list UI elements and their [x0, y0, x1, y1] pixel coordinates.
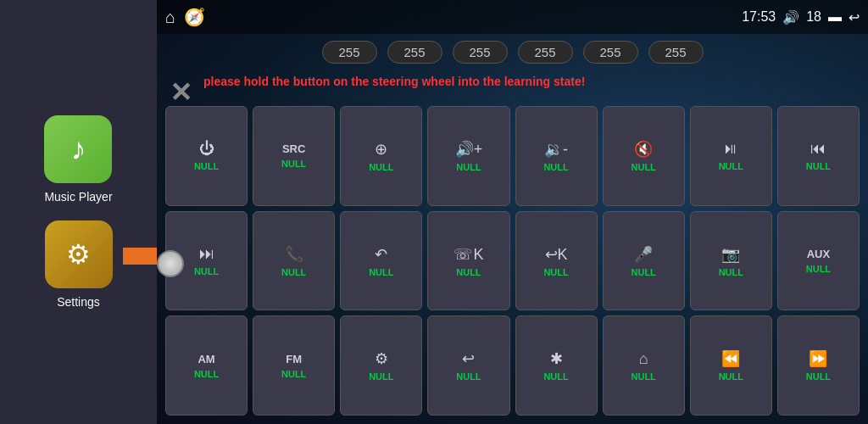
prev-track-null-label: NULL	[806, 161, 831, 171]
call-k-button[interactable]: ☏K NULL	[427, 211, 509, 311]
bluetooth-null-label: NULL	[543, 371, 568, 382]
screen-icon: ▬	[828, 9, 842, 25]
nav-icon[interactable]: 🧭	[184, 7, 205, 27]
circle-button[interactable]	[157, 250, 184, 277]
play-pause-null-label: NULL	[719, 161, 743, 171]
aux-label-text: AUX	[807, 248, 830, 260]
aux-null-label: NULL	[806, 264, 831, 274]
camera-null-label: NULL	[719, 267, 743, 277]
volume-icon: 🔊	[782, 9, 799, 25]
music-note-icon: ♪	[70, 131, 86, 167]
top-bar: ⌂ 🧭 17:53 🔊 18 ▬ ↩	[157, 0, 868, 34]
main-panel: ⌂ 🧭 17:53 🔊 18 ▬ ↩ 255 255 255 255 255 2…	[157, 0, 868, 424]
pills-row: 255 255 255 255 255 255	[157, 41, 868, 64]
fwd-null-label: NULL	[806, 371, 831, 382]
camera-icon: 📷	[721, 245, 740, 264]
music-player-icon-bg: ♪	[44, 115, 112, 183]
music-player-label: Music Player	[44, 190, 112, 204]
prev-track-button[interactable]: ⏮ NULL	[777, 106, 860, 206]
mute-icon: 🔇	[634, 140, 653, 159]
aux-button[interactable]: AUX NULL	[777, 211, 860, 311]
home-icon[interactable]: ⌂	[165, 8, 175, 27]
rew-button[interactable]: ⏪ NULL	[690, 315, 772, 416]
volume-level: 18	[806, 9, 821, 25]
settings-icon-bg: ⚙	[45, 220, 113, 288]
instruction-text: please hold the button on the steering w…	[203, 75, 860, 88]
vol-down-null-label: NULL	[543, 162, 568, 172]
bluetooth-button[interactable]: ✱ NULL	[515, 315, 598, 416]
power-icon: ⏻	[199, 140, 214, 158]
settings-label: Settings	[57, 295, 100, 309]
bluetooth-icon: ✱	[550, 349, 563, 368]
next-track-icon: ⏭	[199, 245, 214, 263]
home-ctrl-button[interactable]: ⌂ NULL	[603, 315, 685, 416]
return-button[interactable]: ↩ NULL	[427, 315, 509, 416]
mute-null-label: NULL	[632, 162, 656, 172]
am-null-label: NULL	[194, 369, 219, 379]
end-k-null-label: NULL	[543, 267, 568, 277]
status-bar: 17:53 🔊 18 ▬ ↩	[742, 9, 860, 25]
settings-ctrl-icon: ⚙	[375, 349, 388, 368]
src-null-label: NULL	[281, 159, 306, 169]
fwd-icon: ⏩	[809, 349, 827, 368]
play-pause-icon: ⏯	[723, 140, 738, 158]
pill-5[interactable]: 255	[583, 41, 638, 64]
fm-button[interactable]: FM NULL	[253, 315, 335, 416]
prev-track-icon: ⏮	[810, 140, 826, 158]
src-button[interactable]: SRC NULL	[253, 106, 335, 206]
gear-icon: ⚙	[66, 238, 91, 271]
fm-null-label: NULL	[281, 369, 306, 379]
camera-button[interactable]: 📷 NULL	[690, 211, 772, 311]
gps-icon: ⊕	[375, 140, 387, 159]
mic-icon: 🎤	[634, 245, 653, 264]
vol-down-icon: 🔉-	[544, 140, 568, 159]
back-nav-button[interactable]: ↶ NULL	[340, 211, 422, 311]
call-answer-button[interactable]: 📞 NULL	[253, 211, 335, 311]
call-answer-null-label: NULL	[281, 267, 306, 277]
vol-up-icon: 🔊+	[455, 140, 483, 159]
cancel-button[interactable]: ✕	[170, 76, 192, 109]
mute-button[interactable]: 🔇 NULL	[603, 106, 685, 206]
back-nav-icon: ↶	[375, 245, 387, 264]
pill-3[interactable]: 255	[453, 41, 508, 64]
vol-down-button[interactable]: 🔉- NULL	[515, 106, 598, 206]
fwd-button[interactable]: ⏩ NULL	[777, 315, 860, 416]
control-grid: ⏻ NULL SRC NULL ⊕ NULL 🔊+ NULL 🔉- NULL 🔇	[165, 106, 860, 416]
am-label-text: AM	[198, 353, 214, 365]
fm-label-text: FM	[286, 353, 302, 365]
sidebar-item-settings[interactable]: ⚙ Settings	[45, 220, 113, 309]
gps-button[interactable]: ⊕ NULL	[340, 106, 422, 206]
button-row-1: ⏻ NULL SRC NULL ⊕ NULL 🔊+ NULL 🔉- NULL 🔇	[165, 106, 860, 206]
home-ctrl-icon: ⌂	[639, 350, 648, 368]
button-row-2: ⏭ NULL 📞 NULL ↶ NULL ☏K NULL ↩K NULL 🎤 N	[165, 211, 860, 311]
mic-null-label: NULL	[632, 267, 656, 277]
mic-button[interactable]: 🎤 NULL	[603, 211, 685, 311]
gps-null-label: NULL	[369, 162, 393, 172]
sidebar-item-music-player[interactable]: ♪ Music Player	[44, 115, 112, 204]
power-button[interactable]: ⏻ NULL	[165, 106, 248, 206]
pill-2[interactable]: 255	[387, 41, 442, 64]
back-icon[interactable]: ↩	[849, 9, 860, 25]
return-null-label: NULL	[456, 371, 481, 382]
pill-4[interactable]: 255	[518, 41, 573, 64]
am-button[interactable]: AM NULL	[165, 315, 248, 416]
return-icon: ↩	[462, 349, 475, 368]
settings-ctrl-null-label: NULL	[369, 371, 393, 382]
end-k-button[interactable]: ↩K NULL	[515, 211, 598, 311]
power-null-label: NULL	[194, 161, 219, 171]
back-nav-null-label: NULL	[369, 267, 393, 277]
call-answer-icon: 📞	[285, 245, 303, 264]
sidebar: ♪ Music Player ⚙ Settings	[0, 0, 157, 424]
settings-ctrl-button[interactable]: ⚙ NULL	[340, 315, 422, 416]
rew-null-label: NULL	[719, 371, 743, 382]
end-k-icon: ↩K	[545, 245, 568, 264]
pill-1[interactable]: 255	[322, 41, 377, 64]
next-track-null-label: NULL	[194, 266, 219, 276]
call-k-icon: ☏K	[453, 245, 483, 264]
rew-icon: ⏪	[721, 349, 740, 368]
button-row-3: AM NULL FM NULL ⚙ NULL ↩ NULL ✱ NULL ⌂ N…	[165, 315, 860, 416]
pill-6[interactable]: 255	[648, 41, 704, 64]
play-pause-button[interactable]: ⏯ NULL	[690, 106, 772, 206]
clock: 17:53	[742, 9, 776, 25]
vol-up-button[interactable]: 🔊+ NULL	[427, 106, 509, 206]
